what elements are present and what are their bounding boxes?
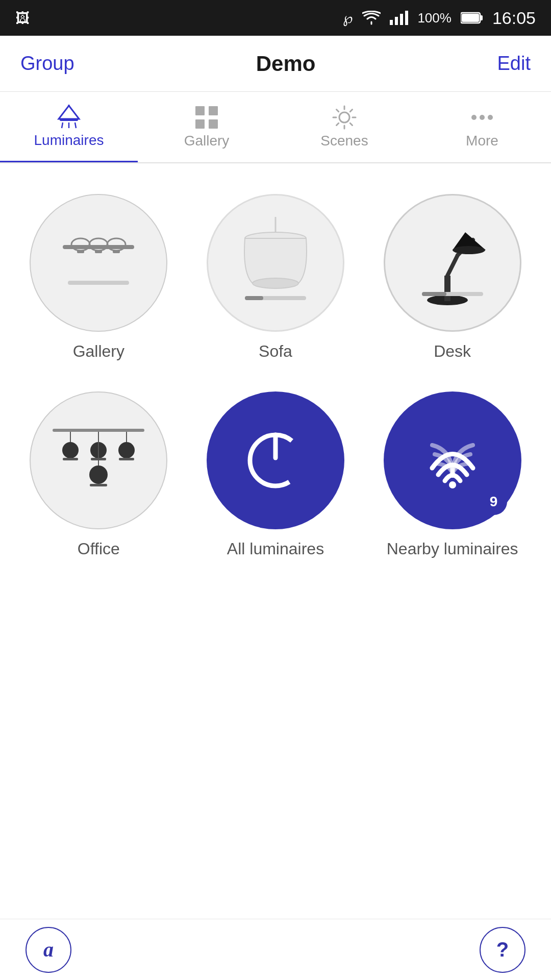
tab-gallery[interactable]: Gallery xyxy=(138,92,276,162)
list-item[interactable]: 9 Nearby luminaires xyxy=(374,391,531,558)
account-icon: a xyxy=(43,938,54,962)
nearby-icon xyxy=(417,427,488,494)
svg-line-12 xyxy=(75,122,76,128)
wifi-icon xyxy=(362,11,381,25)
sofa-label: Sofa xyxy=(259,342,292,361)
luminaires-icon xyxy=(56,105,82,129)
status-time: 16:05 xyxy=(492,8,536,28)
list-item[interactable]: Office xyxy=(20,391,177,558)
all-luminaires-circle[interactable] xyxy=(207,391,344,529)
nearby-circle[interactable]: 9 xyxy=(384,391,521,529)
header: Group Demo Edit xyxy=(0,36,551,92)
help-icon: ? xyxy=(496,938,509,961)
svg-rect-14 xyxy=(209,106,218,115)
svg-rect-35 xyxy=(113,250,120,253)
svg-rect-13 xyxy=(195,106,205,115)
group-button[interactable]: Group xyxy=(20,53,74,75)
svg-rect-61 xyxy=(90,484,107,486)
bottom-bar: a ? xyxy=(0,919,551,980)
account-button[interactable]: a xyxy=(26,927,71,973)
svg-rect-16 xyxy=(209,119,218,129)
svg-rect-1 xyxy=(395,17,398,25)
svg-rect-15 xyxy=(195,119,205,129)
svg-line-23 xyxy=(350,123,352,125)
tab-luminaires-label: Luminaires xyxy=(34,132,104,149)
svg-point-60 xyxy=(89,465,108,484)
battery-percentage: 100% xyxy=(417,10,452,26)
office-pendants-icon xyxy=(47,420,149,501)
edit-button[interactable]: Edit xyxy=(497,53,531,75)
tab-more-label: More xyxy=(466,133,498,149)
gallery-icon xyxy=(194,105,219,130)
svg-rect-5 xyxy=(480,15,483,20)
nearby-label: Nearby luminaires xyxy=(387,540,518,558)
svg-line-10 xyxy=(62,122,63,128)
signal-icon xyxy=(390,11,408,25)
svg-point-27 xyxy=(480,115,485,120)
office-label: Office xyxy=(78,540,120,558)
tab-scenes[interactable]: Scenes xyxy=(276,92,413,162)
office-circle[interactable] xyxy=(30,391,167,529)
tab-luminaires[interactable]: Luminaires xyxy=(0,92,138,162)
svg-rect-9 xyxy=(60,119,78,121)
list-item[interactable]: Sofa xyxy=(197,194,354,361)
list-item[interactable]: Desk xyxy=(374,194,531,361)
svg-point-57 xyxy=(118,442,135,458)
svg-rect-31 xyxy=(77,250,84,253)
svg-point-26 xyxy=(471,115,477,120)
sofa-pendant-icon xyxy=(230,217,321,309)
list-item[interactable]: All luminaires xyxy=(197,391,354,558)
svg-point-39 xyxy=(253,278,298,288)
svg-rect-43 xyxy=(444,276,450,301)
svg-point-17 xyxy=(339,112,349,122)
tab-more[interactable]: More xyxy=(413,92,551,162)
tab-gallery-label: Gallery xyxy=(184,133,230,149)
bluetooth-icon: ℘ xyxy=(343,10,353,27)
nearby-count-badge: 9 xyxy=(481,488,507,515)
svg-rect-3 xyxy=(405,11,408,25)
gallery-circle[interactable] xyxy=(30,194,167,332)
power-icon xyxy=(242,427,309,494)
tab-bar: Luminaires Gallery Scenes Mo xyxy=(0,92,551,163)
desk-label: Desk xyxy=(434,342,471,361)
svg-rect-0 xyxy=(390,20,393,25)
svg-point-46 xyxy=(453,246,485,254)
svg-rect-2 xyxy=(400,14,403,25)
list-item[interactable]: Gallery xyxy=(20,194,177,361)
svg-rect-58 xyxy=(119,458,134,460)
svg-point-51 xyxy=(62,442,79,458)
svg-rect-33 xyxy=(95,250,102,253)
svg-rect-48 xyxy=(422,292,446,296)
desk-lamp-icon xyxy=(407,214,498,311)
svg-point-64 xyxy=(449,481,456,488)
svg-rect-52 xyxy=(63,458,78,460)
svg-line-44 xyxy=(447,255,458,276)
svg-line-24 xyxy=(350,110,352,112)
svg-rect-41 xyxy=(245,296,263,300)
help-button[interactable]: ? xyxy=(480,927,525,973)
page-title: Demo xyxy=(256,52,316,76)
svg-rect-6 xyxy=(462,14,479,22)
main-content: Gallery Sofa xyxy=(0,163,551,579)
photo-icon: 🖼 xyxy=(15,10,30,26)
svg-rect-36 xyxy=(68,281,129,285)
svg-marker-7 xyxy=(59,106,79,119)
luminaires-grid: Gallery Sofa xyxy=(20,194,531,558)
svg-point-28 xyxy=(488,115,493,120)
sofa-circle[interactable] xyxy=(207,194,344,332)
gallery-label: Gallery xyxy=(73,342,124,361)
svg-rect-49 xyxy=(53,429,144,432)
battery-icon xyxy=(461,11,483,25)
all-luminaires-label: All luminaires xyxy=(227,540,324,558)
svg-line-22 xyxy=(337,110,339,112)
scenes-icon xyxy=(332,105,357,130)
desk-circle[interactable] xyxy=(384,194,521,332)
status-bar: 🖼 ℘ 100% 16:05 xyxy=(0,0,551,36)
tab-scenes-label: Scenes xyxy=(320,133,368,149)
more-icon xyxy=(470,105,494,130)
svg-line-25 xyxy=(337,123,339,125)
gallery-spotlights-icon xyxy=(53,230,144,296)
